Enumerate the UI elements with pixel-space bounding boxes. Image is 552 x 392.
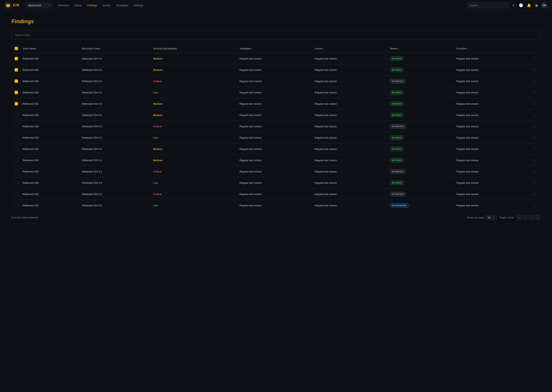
row-action-menu-button[interactable]: ⋮ [532,101,537,107]
row-checkbox-11[interactable] [15,170,18,173]
row-action-menu-button[interactable]: ⋮ [532,191,537,197]
rows-per-page-select[interactable]: 102050100 [486,215,497,220]
cell-templates: Regular text column [236,53,312,64]
cell-severity-badge: Medium [153,159,163,162]
cell-status: Inactive [387,166,453,177]
layout-button[interactable]: ▣ [534,2,539,8]
row-checkbox-6[interactable] [15,113,18,117]
row-action-menu-button[interactable]: ⋮ [532,90,537,95]
row-action-menu-button[interactable]: ⋮ [532,135,537,140]
status-badge: Inactive [390,79,406,84]
header-right: ☀ 🕐 🔔 ▣ AK [467,2,547,8]
select-all-checkbox[interactable] [15,47,18,50]
cell-actions: ⋮ [529,155,540,166]
col-severity[interactable]: Severity Breakdown ↓ [150,44,236,53]
row-action-menu-button[interactable]: ⋮ [532,123,537,129]
row-checkbox-5[interactable] [15,102,18,105]
row-checkbox-cell-5[interactable] [12,98,20,110]
row-checkbox-3[interactable] [15,79,18,83]
row-checkbox-2[interactable] [15,68,18,72]
cell-templates: Regular text column [236,200,312,211]
notifications-button[interactable]: 🔔 [526,2,532,8]
row-action-menu-button[interactable]: ⋮ [532,157,537,163]
row-action-menu-button[interactable]: ⋮ [532,146,537,152]
row-checkbox-cell-13[interactable] [12,189,20,200]
table-row: Reflected XSSReflected XSS V1CriticalReg… [12,189,540,200]
status-dot-icon [392,58,394,59]
global-search-input[interactable] [467,2,509,8]
cell-running-scans: Reflected XSS V1 [79,177,150,189]
row-checkbox-cell-6[interactable] [12,110,20,121]
last-page-button[interactable]: » [535,215,540,220]
cell-scan-name: Reflected XSS [20,76,79,87]
table-row: Reflected XSSReflected XSS V1CriticalReg… [12,121,540,132]
row-checkbox-7[interactable] [15,125,18,128]
row-checkbox-cell-12[interactable] [12,177,20,189]
nav-item-findings[interactable]: Findings [87,4,97,7]
row-checkbox-cell-8[interactable] [12,132,20,143]
history-button[interactable]: 🕐 [518,2,524,8]
status-badge: Scheduled [390,203,409,208]
row-checkbox-12[interactable] [15,181,18,184]
cell-templates: Regular text column [236,76,312,87]
cell-scan-name: Reflected XSS [20,87,79,98]
table-row: Reflected XSSReflected XSS V1MediumRegul… [12,143,540,155]
col-duration[interactable]: Duration ↓ [453,44,529,53]
select-all-header[interactable] [12,44,20,53]
row-checkbox-cell-10[interactable] [12,155,20,166]
nav-item-assets[interactable]: Assets [102,4,111,7]
nav-item-templates[interactable]: Templates [116,4,128,7]
avatar[interactable]: AK [541,2,547,8]
table-row: Reflected XSSReflected XSS V1LowRegular … [12,87,540,98]
table-row: Reflected XSSReflected XSS V1CriticalReg… [12,76,540,87]
row-checkbox-8[interactable] [15,136,18,139]
row-checkbox-14[interactable] [15,204,18,207]
pagination-buttons: « ‹ › » [517,215,540,220]
row-checkbox-10[interactable] [15,159,18,162]
col-status[interactable]: Status ↓ [387,44,453,53]
col-assets[interactable]: Assets ↓ [312,44,387,53]
scan-search-input[interactable] [12,31,540,39]
col-scan-name[interactable]: Scan Name ↓ [20,44,79,53]
row-action-menu-button[interactable]: ⋮ [532,78,537,84]
row-checkbox-9[interactable] [15,147,18,151]
row-checkbox-cell-14[interactable] [12,200,20,211]
nav-item-settings[interactable]: Settings [134,4,143,7]
findings-table-container: Scan Name ↓ Running Scans ↓ Severity Bre… [12,44,540,211]
theme-toggle-button[interactable]: ☀ [511,2,516,8]
org-selector[interactable]: Alicia Koch ▾ [25,2,52,8]
cell-duration: Regular text column [453,166,529,177]
table-row: Reflected XSSReflected XSS V1MediumRegul… [12,98,540,110]
nav-item-scans[interactable]: Scans [74,4,82,7]
row-checkbox-cell-1[interactable] [12,53,20,64]
row-action-menu-button[interactable]: ⋮ [532,169,537,174]
col-templates[interactable]: Templates ↓ [236,44,312,53]
row-checkbox-4[interactable] [15,91,18,94]
row-action-menu-button[interactable]: ⋮ [532,180,537,186]
row-action-menu-button[interactable]: ⋮ [532,56,537,62]
col-running-scans[interactable]: Running Scans ↓ [79,44,150,53]
row-action-menu-button[interactable]: ⋮ [532,112,537,118]
cell-assets: Regular text column [312,200,387,211]
next-page-button[interactable]: › [529,215,534,220]
row-action-menu-button[interactable]: ⋮ [532,67,537,73]
row-checkbox-1[interactable] [15,57,18,60]
row-checkbox-cell-11[interactable] [12,166,20,177]
cell-actions: ⋮ [529,166,540,177]
row-checkbox-cell-3[interactable] [12,76,20,87]
row-action-menu-button[interactable]: ⋮ [532,203,537,208]
status-dot-icon [392,69,394,71]
table-footer: 5 of 100 row(s) selected. Rows per page … [12,211,540,220]
row-checkbox-cell-2[interactable] [12,64,20,76]
cell-status: Active [387,110,453,121]
nav-item-overview[interactable]: Overview [58,4,69,7]
row-checkbox-cell-9[interactable] [12,143,20,155]
row-checkbox-cell-7[interactable] [12,121,20,132]
prev-page-button[interactable]: ‹ [523,215,528,220]
cell-severity: Critical [150,76,236,87]
status-label: Active [395,136,401,139]
row-checkbox-13[interactable] [15,192,18,196]
first-page-button[interactable]: « [517,215,523,220]
row-checkbox-cell-4[interactable] [12,87,20,98]
cell-actions: ⋮ [529,110,540,121]
